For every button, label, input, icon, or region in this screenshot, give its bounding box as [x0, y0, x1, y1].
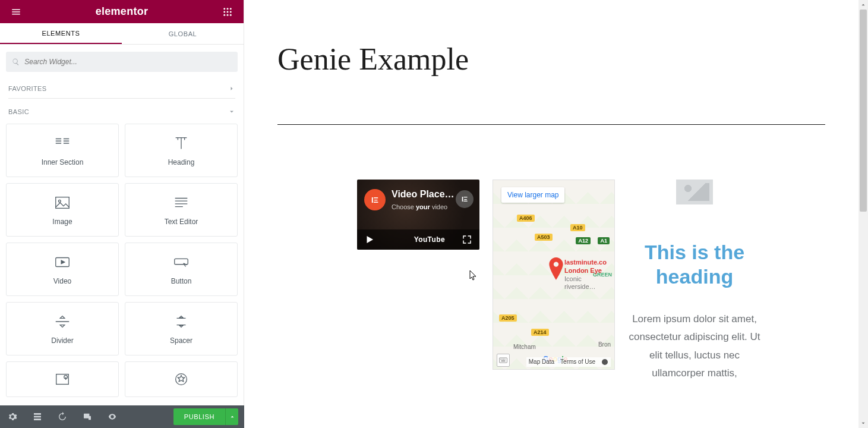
road-label: A503	[535, 234, 553, 241]
google-map-widget[interactable]: View larger map A503 A10 A406 A12 A1 A20…	[493, 180, 615, 370]
widget-label: Divider	[51, 336, 73, 345]
svg-rect-12	[175, 259, 188, 264]
map-city-label: Bron	[598, 341, 611, 348]
road-label: A10	[570, 224, 585, 231]
road-label: A406	[517, 215, 535, 222]
scroll-thumb[interactable]	[860, 10, 867, 212]
settings-icon[interactable]	[6, 410, 19, 423]
elementor-panel: elementor ELEMENTS GLOBAL FAVORITES BASI…	[0, 0, 244, 428]
road-label: A12	[576, 237, 591, 244]
mouse-cursor	[469, 270, 478, 281]
section-basic-label: BASIC	[8, 108, 29, 115]
map-report-icon[interactable]	[601, 358, 608, 366]
svg-point-5	[230, 11, 232, 12]
svg-point-6	[223, 14, 225, 15]
svg-point-2	[230, 8, 232, 10]
publish-button[interactable]: PUBLISH	[173, 408, 225, 425]
chevron-down-icon	[228, 108, 235, 115]
heading-widget[interactable]: This is the heading	[628, 240, 761, 289]
map-place-label: lastminute.co London Eye Iconic riversid…	[564, 259, 614, 291]
tab-elements-label: ELEMENTS	[42, 30, 80, 37]
view-larger-map-link[interactable]: View larger map	[501, 187, 564, 203]
widget-divider[interactable]: Divider	[6, 302, 119, 355]
map-pin-icon	[548, 257, 564, 282]
brand-logo: elementor	[96, 5, 149, 18]
page-title: Genie Example	[277, 42, 858, 77]
svg-point-10	[58, 200, 61, 202]
search-input[interactable]	[24, 58, 232, 66]
video-title: Video Placeh…	[392, 189, 456, 200]
svg-point-1	[226, 8, 228, 10]
svg-rect-23	[501, 361, 506, 361]
widget-spacer[interactable]: Spacer	[125, 302, 238, 355]
map-terms-link[interactable]: Terms of Use	[560, 358, 595, 366]
search-icon	[12, 58, 20, 66]
svg-point-24	[602, 359, 608, 365]
play-icon[interactable]	[364, 234, 375, 245]
hamburger-menu-icon[interactable]	[8, 4, 24, 20]
svg-rect-20	[502, 359, 503, 360]
map-footer: Map Data Terms of Use	[526, 357, 611, 367]
widget-label: Inner Section	[42, 158, 84, 166]
editor-canvas[interactable]: Genie Example IΞ Video Placeh… Choose yo…	[244, 0, 858, 428]
col-video: IΞ Video Placeh… Choose your video IΞ Yo…	[357, 180, 479, 383]
apps-grid-icon[interactable]	[220, 4, 235, 20]
svg-point-8	[230, 14, 232, 15]
panel-footer: PUBLISH	[0, 405, 244, 428]
text-editor-widget[interactable]: Lorem ipsum dolor sit amet, consectetur …	[628, 310, 761, 383]
widget-inner-section[interactable]: Inner Section	[6, 124, 119, 177]
widget-label: Video	[53, 277, 71, 285]
video-channel-avatar: IΞ	[364, 189, 386, 210]
widget-label: Image	[52, 218, 72, 226]
publish-dropdown[interactable]	[225, 408, 238, 425]
svg-rect-9	[56, 197, 70, 209]
preview-icon[interactable]	[106, 410, 119, 423]
brand-text: elementor	[96, 5, 149, 18]
widget-button[interactable]: Button	[125, 243, 238, 296]
scroll-down-button[interactable]	[858, 418, 868, 428]
scroll-up-button[interactable]	[858, 0, 868, 10]
keyboard-shortcuts-icon[interactable]	[497, 354, 510, 367]
svg-rect-21	[503, 359, 504, 360]
widget-google-maps[interactable]	[6, 361, 119, 397]
video-subtitle: Choose your video	[392, 203, 447, 210]
widget-edit-bubble[interactable]: IΞ	[456, 190, 474, 208]
history-icon[interactable]	[56, 410, 69, 423]
svg-rect-17	[89, 416, 91, 420]
video-widget[interactable]: IΞ Video Placeh… Choose your video IΞ Yo…	[357, 180, 479, 250]
fullscreen-icon[interactable]	[462, 234, 472, 245]
svg-rect-22	[504, 359, 505, 360]
svg-point-7	[226, 14, 228, 15]
widget-label: Heading	[168, 158, 195, 166]
svg-point-4	[226, 11, 228, 12]
widget-label: Spacer	[170, 336, 192, 345]
widget-image[interactable]: Image	[6, 183, 119, 237]
vertical-scrollbar[interactable]	[858, 0, 868, 428]
tab-global[interactable]: GLOBAL	[122, 23, 244, 44]
chevron-right-icon	[228, 85, 235, 92]
section-basic[interactable]: BASIC	[0, 99, 244, 121]
widget-label: Button	[171, 277, 192, 285]
widget-icon[interactable]	[125, 361, 238, 397]
widget-heading[interactable]: Heading	[125, 124, 238, 177]
col-map: View larger map A503 A10 A406 A12 A1 A20…	[493, 180, 615, 383]
svg-point-3	[223, 11, 225, 12]
navigator-icon[interactable]	[31, 410, 44, 423]
image-placeholder-widget[interactable]	[676, 180, 713, 204]
section-favorites[interactable]: FAVORITES	[0, 75, 244, 98]
responsive-icon[interactable]	[81, 410, 94, 423]
col-content: This is the heading Lorem ipsum dolor si…	[628, 180, 761, 383]
tab-global-label: GLOBAL	[169, 30, 197, 37]
svg-rect-16	[84, 414, 89, 418]
road-label: A205	[499, 314, 517, 322]
search-widget[interactable]	[6, 52, 238, 72]
widget-grid: Inner Section Heading Image Text Editor …	[0, 121, 244, 428]
youtube-logo[interactable]: YouTube	[414, 235, 445, 244]
youtube-label: YouTube	[414, 235, 445, 244]
widget-video[interactable]: Video	[6, 243, 119, 296]
tab-elements[interactable]: ELEMENTS	[0, 23, 122, 44]
map-data-link[interactable]: Map Data	[529, 358, 554, 366]
page-divider	[277, 124, 825, 125]
road-label: A1	[598, 237, 610, 244]
widget-text-editor[interactable]: Text Editor	[125, 183, 238, 237]
